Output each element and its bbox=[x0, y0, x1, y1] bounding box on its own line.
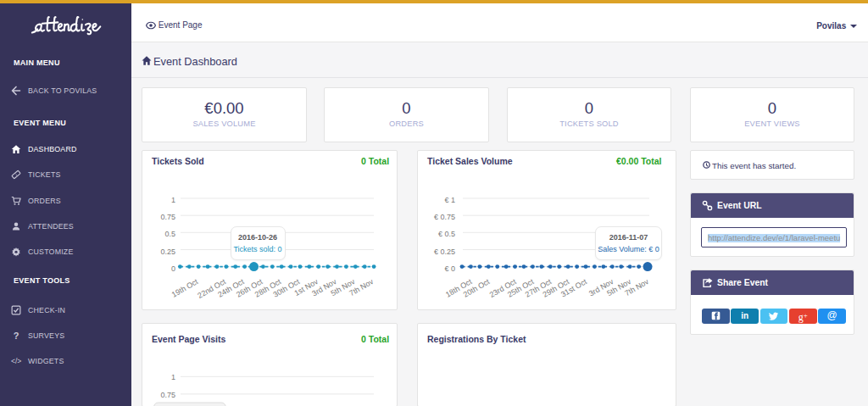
svg-text:1: 1 bbox=[171, 196, 175, 204]
svg-text:1: 1 bbox=[171, 373, 175, 381]
svg-text:19th Oct: 19th Oct bbox=[170, 277, 200, 299]
svg-text:0.75: 0.75 bbox=[160, 391, 175, 399]
svg-text:0.25: 0.25 bbox=[160, 247, 175, 256]
svg-text:0.75: 0.75 bbox=[160, 213, 175, 221]
svg-text:0.5: 0.5 bbox=[164, 230, 175, 238]
svg-text:0: 0 bbox=[171, 264, 175, 273]
svg-text:€ 0.75: € 0.75 bbox=[434, 213, 455, 221]
svg-text:€ 0.5: € 0.5 bbox=[438, 230, 455, 238]
svg-text:€ 1: € 1 bbox=[444, 196, 455, 204]
svg-text:€ 0.25: € 0.25 bbox=[434, 247, 455, 256]
svg-text:€ 0: € 0 bbox=[444, 264, 455, 273]
